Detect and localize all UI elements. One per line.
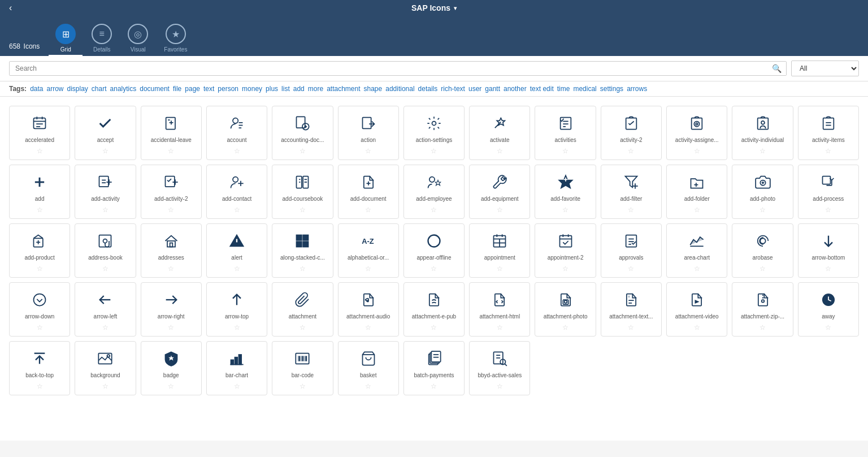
icon-card-attachment-audio[interactable]: attachment-audio☆: [338, 282, 399, 337]
icon-favorite-addresses[interactable]: ☆: [168, 265, 174, 273]
icon-favorite-attachment-html[interactable]: ☆: [497, 324, 503, 331]
icon-favorite-add-document[interactable]: ☆: [365, 206, 371, 214]
icon-favorite-account[interactable]: ☆: [234, 147, 240, 155]
icon-favorite-arobase[interactable]: ☆: [760, 265, 766, 273]
icon-favorite-add-photo[interactable]: ☆: [760, 206, 766, 214]
tag-list[interactable]: list: [281, 85, 290, 93]
tag-arrows[interactable]: arrows: [627, 85, 647, 93]
icon-card-activity-items[interactable]: activity-items☆: [798, 106, 859, 160]
icon-favorite-appointment-2[interactable]: ☆: [562, 265, 568, 273]
view-btn-grid[interactable]: ⊞ Grid: [49, 20, 83, 56]
icon-favorite-bar-code[interactable]: ☆: [300, 382, 306, 390]
icon-favorite-add-folder[interactable]: ☆: [694, 206, 700, 214]
tag-rich-text[interactable]: rich-text: [441, 85, 465, 93]
back-button[interactable]: ‹: [5, 1, 16, 15]
icon-favorite-appointment[interactable]: ☆: [497, 265, 503, 273]
icon-favorite-approvals[interactable]: ☆: [628, 265, 634, 273]
icon-card-activity-individual[interactable]: activity-individual☆: [732, 106, 793, 160]
icon-favorite-activity-assigne...[interactable]: ☆: [694, 147, 700, 155]
icon-card-appointment[interactable]: appointment☆: [469, 223, 530, 278]
icon-card-area-chart[interactable]: area-chart☆: [666, 223, 727, 278]
icon-favorite-activity-items[interactable]: ☆: [825, 147, 831, 155]
tag-text[interactable]: text: [203, 85, 214, 93]
icon-card-action-settings[interactable]: action-settings☆: [403, 106, 465, 160]
icon-favorite-back-to-top[interactable]: ☆: [37, 382, 43, 390]
icon-favorite-add-coursebook[interactable]: ☆: [300, 206, 306, 214]
tag-chart[interactable]: chart: [92, 85, 107, 93]
tag-attachment[interactable]: attachment: [327, 85, 360, 93]
icon-card-add-folder[interactable]: add-folder☆: [666, 165, 727, 219]
icon-card-add-product[interactable]: add-product☆: [9, 223, 70, 278]
icon-favorite-arrow-down[interactable]: ☆: [37, 324, 43, 331]
icon-card-activate[interactable]: activate☆: [469, 106, 530, 160]
tag-gantt[interactable]: gantt: [485, 85, 500, 93]
icon-card-bar-chart[interactable]: bar-chart☆: [206, 341, 267, 395]
icon-card-bbyd-active-sales[interactable]: bbyd-active-sales☆: [469, 341, 530, 395]
icon-card-attachment-video[interactable]: attachment-video☆: [666, 282, 727, 337]
icon-favorite-badge[interactable]: ☆: [168, 382, 174, 390]
tag-text-edit[interactable]: text edit: [530, 85, 554, 93]
tag-arrow[interactable]: arrow: [46, 85, 63, 93]
icon-card-appointment-2[interactable]: appointment-2☆: [535, 223, 596, 278]
icon-card-arrow-right[interactable]: arrow-right☆: [141, 282, 202, 337]
icon-card-appear-offline[interactable]: appear-offline☆: [403, 223, 465, 278]
tag-person[interactable]: person: [218, 85, 238, 93]
icon-card-add-employee[interactable]: add-employee☆: [403, 165, 465, 219]
icon-card-action[interactable]: action☆: [338, 106, 399, 160]
icon-card-basket[interactable]: basket☆: [338, 341, 399, 395]
tag-another[interactable]: another: [504, 85, 527, 93]
header-title-arrow[interactable]: ▾: [454, 5, 457, 11]
icon-favorite-attachment-video[interactable]: ☆: [694, 324, 700, 331]
icon-favorite-arrow-top[interactable]: ☆: [234, 324, 240, 331]
icon-favorite-activate[interactable]: ☆: [497, 147, 503, 155]
icon-favorite-add-process[interactable]: ☆: [825, 206, 831, 214]
icon-favorite-add-activity-2[interactable]: ☆: [168, 206, 174, 214]
icon-favorite-bbyd-active-sales[interactable]: ☆: [497, 382, 503, 390]
icon-favorite-batch-payments[interactable]: ☆: [431, 382, 437, 390]
filter-select[interactable]: All Favorites: [791, 61, 859, 76]
icon-card-add-filter[interactable]: add-filter☆: [601, 165, 662, 219]
icon-card-add-activity[interactable]: add-activity☆: [75, 165, 136, 219]
icon-favorite-arrow-bottom[interactable]: ☆: [825, 265, 831, 273]
icon-card-badge[interactable]: badge☆: [141, 341, 202, 395]
icon-card-addresses[interactable]: addresses☆: [141, 223, 202, 278]
search-input[interactable]: [10, 62, 786, 75]
icon-card-away[interactable]: away☆: [798, 282, 859, 337]
icon-favorite-attachment[interactable]: ☆: [300, 324, 306, 331]
icon-card-add-process[interactable]: add-process☆: [798, 165, 859, 219]
icon-favorite-activities[interactable]: ☆: [562, 147, 568, 155]
icon-favorite-away[interactable]: ☆: [825, 324, 831, 331]
icon-card-attachment-e-pub[interactable]: attachment-e-pub☆: [403, 282, 465, 337]
icon-card-attachment-zip-...[interactable]: attachment-zip-...☆: [732, 282, 793, 337]
icon-favorite-add-filter[interactable]: ☆: [628, 206, 634, 214]
icon-card-add-document[interactable]: add-document☆: [338, 165, 399, 219]
tag-medical[interactable]: medical: [573, 85, 596, 93]
icon-favorite-address-book[interactable]: ☆: [102, 265, 108, 273]
view-btn-visual[interactable]: ◎ Visual: [121, 20, 155, 56]
icon-favorite-activity-individual[interactable]: ☆: [760, 147, 766, 155]
icon-favorite-alphabetical-or...[interactable]: ☆: [365, 265, 371, 273]
icon-card-attachment-html[interactable]: attachment-html☆: [469, 282, 530, 337]
icon-card-arrow-down[interactable]: arrow-down☆: [9, 282, 70, 337]
tag-plus[interactable]: plus: [266, 85, 278, 93]
tag-details[interactable]: details: [418, 85, 438, 93]
icon-card-back-to-top[interactable]: back-to-top☆: [9, 341, 70, 395]
icon-card-add-photo[interactable]: add-photo☆: [732, 165, 793, 219]
tag-time[interactable]: time: [557, 85, 570, 93]
icon-card-accelerated[interactable]: accelerated☆: [9, 106, 70, 160]
icon-favorite-bar-chart[interactable]: ☆: [234, 382, 240, 390]
icon-favorite-area-chart[interactable]: ☆: [694, 265, 700, 273]
tag-data[interactable]: data: [30, 85, 43, 93]
view-btn-details[interactable]: ≡ Details: [85, 20, 119, 56]
icon-favorite-attachment-text...[interactable]: ☆: [628, 324, 634, 331]
icon-card-accidental-leave[interactable]: accidental-leave☆: [141, 106, 202, 160]
icon-favorite-basket[interactable]: ☆: [365, 382, 371, 390]
icon-card-add-contact[interactable]: add-contact☆: [206, 165, 267, 219]
icon-favorite-appear-offline[interactable]: ☆: [431, 265, 437, 273]
icon-favorite-attachment-e-pub[interactable]: ☆: [431, 324, 437, 331]
icon-card-activity-assigne...[interactable]: activity-assigne...☆: [666, 106, 727, 160]
icon-favorite-add-favorite[interactable]: ☆: [562, 206, 568, 214]
icon-card-attachment[interactable]: attachment☆: [272, 282, 333, 337]
icon-favorite-alert[interactable]: ☆: [234, 265, 240, 273]
icon-card-approvals[interactable]: approvals☆: [601, 223, 662, 278]
